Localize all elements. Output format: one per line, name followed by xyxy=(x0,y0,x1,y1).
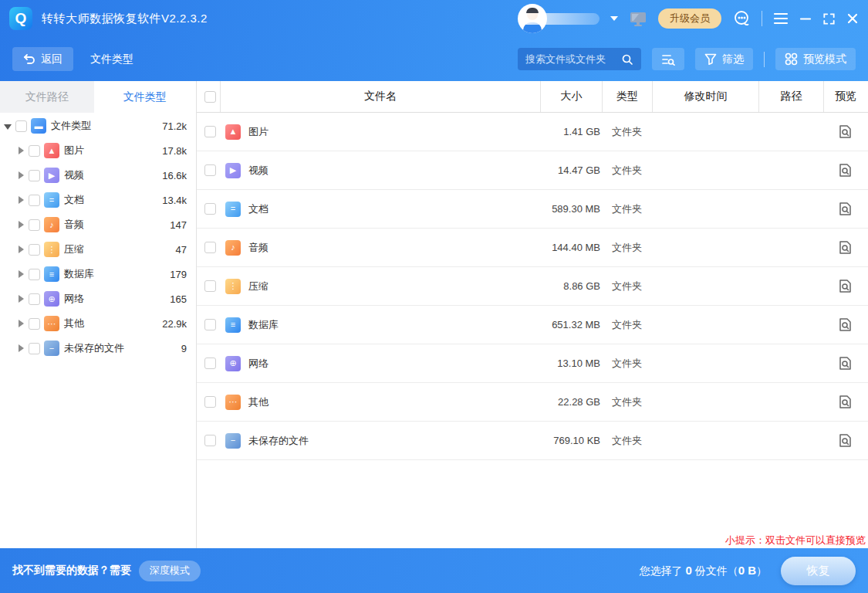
filter-button[interactable]: 筛选 xyxy=(695,48,753,70)
tree-caret-icon[interactable] xyxy=(16,295,25,303)
user-account[interactable] xyxy=(518,2,618,36)
tab-file-path[interactable]: 文件路径 xyxy=(0,81,94,113)
back-arrow-icon xyxy=(23,53,35,65)
preview-file-icon[interactable] xyxy=(838,124,853,139)
tree-checkbox[interactable] xyxy=(29,170,40,181)
tree-checkbox[interactable] xyxy=(29,293,40,305)
file-name: 文档 xyxy=(248,202,269,216)
back-button[interactable]: 返回 xyxy=(12,47,73,71)
tree-caret-icon[interactable] xyxy=(16,171,25,179)
column-header: 文件名 xyxy=(220,81,540,112)
tree-item[interactable]: = 文档 13.4k xyxy=(0,188,196,212)
file-type-icon: ≡ xyxy=(225,317,241,333)
tree-item[interactable]: ⋯ 其他 22.9k xyxy=(0,311,196,336)
file-path xyxy=(758,151,823,189)
selection-summary: 您选择了 0 份文件（0 B） xyxy=(640,564,767,578)
row-checkbox[interactable] xyxy=(204,203,216,215)
row-checkbox[interactable] xyxy=(204,357,216,369)
tree-checkbox[interactable] xyxy=(15,120,27,132)
tree-item[interactable]: ▬ 文件类型 71.2k xyxy=(0,114,196,138)
account-chevron-down-icon[interactable] xyxy=(610,16,618,21)
tree-caret-icon[interactable] xyxy=(16,344,25,352)
funnel-icon xyxy=(704,53,717,65)
table-row[interactable]: ♪ 音频 144.40 MB 文件夹 xyxy=(197,229,868,267)
file-type-icon: ▲ xyxy=(225,124,241,140)
search-input[interactable] xyxy=(525,53,621,65)
preview-file-icon[interactable] xyxy=(838,395,853,409)
tree-item-count: 17.8k xyxy=(162,145,187,157)
tree-caret-icon[interactable] xyxy=(16,221,25,229)
minimize-icon[interactable] xyxy=(799,12,812,25)
row-checkbox[interactable] xyxy=(204,126,216,137)
search-box[interactable] xyxy=(518,48,641,70)
table-row[interactable]: ▲ 图片 1.41 GB 文件夹 xyxy=(197,113,868,151)
file-name: 图片 xyxy=(248,125,269,139)
recover-button[interactable]: 恢复 xyxy=(781,557,856,585)
tree-caret-icon[interactable] xyxy=(16,196,25,204)
file-path xyxy=(758,190,823,228)
tip-text: 小提示：双击文件可以直接预览 xyxy=(725,534,866,547)
list-search-button[interactable] xyxy=(652,48,684,70)
tree-caret-icon[interactable] xyxy=(3,123,12,130)
maximize-icon[interactable] xyxy=(822,12,836,25)
customer-support-icon[interactable] xyxy=(732,9,751,28)
preview-file-icon[interactable] xyxy=(838,317,853,332)
row-checkbox[interactable] xyxy=(204,242,216,253)
tree-checkbox[interactable] xyxy=(29,343,40,354)
close-icon[interactable] xyxy=(846,12,859,25)
deep-mode-button[interactable]: 深度模式 xyxy=(139,561,201,581)
sidebar: 文件路径 文件类型 ▬ 文件类型 71.2k ▲ 图片 17.8k xyxy=(0,81,197,548)
tree-checkbox[interactable] xyxy=(29,195,40,206)
table-row[interactable]: − 未保存的文件 769.10 KB 文件夹 xyxy=(197,422,868,460)
app-title: 转转大师数据恢复软件V2.2.3.2 xyxy=(42,12,208,26)
preview-file-icon[interactable] xyxy=(838,163,853,178)
tree-item[interactable]: ⊕ 网络 165 xyxy=(0,286,196,311)
table-row[interactable]: ≡ 数据库 651.32 MB 文件夹 xyxy=(197,306,868,344)
preview-file-icon[interactable] xyxy=(838,433,853,448)
preview-file-icon[interactable] xyxy=(838,202,853,216)
table-row[interactable]: ⊕ 网络 13.10 MB 文件夹 xyxy=(197,344,868,383)
preview-file-icon[interactable] xyxy=(838,279,853,293)
table-row[interactable]: ⋮ 压缩 8.86 GB 文件夹 xyxy=(197,267,868,306)
tree-item[interactable]: ▶ 视频 16.6k xyxy=(0,163,196,188)
tree-caret-icon[interactable] xyxy=(16,320,25,327)
upgrade-member-button[interactable]: 升级会员 xyxy=(658,8,721,29)
tree-item-label: 其他 xyxy=(64,317,84,330)
footer-bar: 找不到需要的数据？需要 深度模式 您选择了 0 份文件（0 B） 恢复 xyxy=(0,548,868,593)
file-type-icon: ⊕ xyxy=(225,356,241,371)
username-redacted xyxy=(521,13,599,25)
tab-file-type[interactable]: 文件类型 xyxy=(94,81,196,113)
tree-item[interactable]: ♪ 音频 147 xyxy=(0,212,196,237)
tree-caret-icon[interactable] xyxy=(16,270,25,278)
preview-file-icon[interactable] xyxy=(838,240,853,255)
tree-checkbox[interactable] xyxy=(29,244,40,256)
row-checkbox[interactable] xyxy=(204,164,216,176)
row-checkbox[interactable] xyxy=(204,319,216,330)
tree-item-label: 文档 xyxy=(64,193,84,207)
preview-file-icon[interactable] xyxy=(838,356,853,371)
tree-checkbox[interactable] xyxy=(29,318,40,330)
search-icon[interactable] xyxy=(621,53,633,66)
tree-item[interactable]: ▲ 图片 17.8k xyxy=(0,138,196,163)
file-type-tree: ▬ 文件类型 71.2k ▲ 图片 17.8k ▶ 视频 xyxy=(0,113,196,361)
file-type-icon: ♪ xyxy=(225,240,241,256)
tree-item[interactable]: ≡ 数据库 179 xyxy=(0,262,196,286)
table-row[interactable]: ⋯ 其他 22.28 GB 文件夹 xyxy=(197,383,868,422)
row-checkbox[interactable] xyxy=(204,435,216,446)
file-path xyxy=(758,422,823,459)
menu-icon[interactable] xyxy=(773,12,789,25)
select-all-checkbox[interactable] xyxy=(204,91,216,103)
table-row[interactable]: ▶ 视频 14.47 GB 文件夹 xyxy=(197,151,868,190)
tree-checkbox[interactable] xyxy=(29,269,40,280)
preview-mode-button[interactable]: 预览模式 xyxy=(775,48,856,70)
table-row[interactable]: = 文档 589.30 MB 文件夹 xyxy=(197,190,868,229)
row-checkbox[interactable] xyxy=(204,396,216,408)
tree-checkbox[interactable] xyxy=(29,219,40,231)
tree-item[interactable]: − 未保存的文件 9 xyxy=(0,336,196,361)
tree-checkbox[interactable] xyxy=(29,145,40,157)
tree-caret-icon[interactable] xyxy=(16,246,25,253)
row-checkbox[interactable] xyxy=(204,280,216,292)
tree-item[interactable]: ⋮ 压缩 47 xyxy=(0,237,196,262)
monitor-icon[interactable] xyxy=(629,10,647,27)
tree-caret-icon[interactable] xyxy=(16,147,25,154)
